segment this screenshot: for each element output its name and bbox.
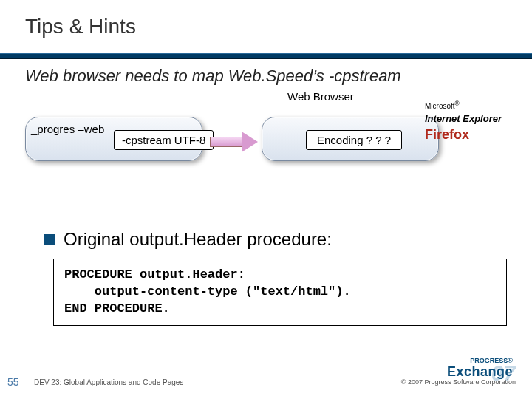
firefox-logo: Firefox — [425, 126, 502, 144]
bullet-icon — [44, 234, 55, 245]
encoding-box: Encoding ? ? ? — [306, 130, 402, 150]
cpstream-box: -cpstream UTF-8 — [114, 130, 214, 150]
page-number: 55 — [7, 376, 30, 388]
slide-subtitle: Web browser needs to map Web.Speed’s -cp… — [0, 59, 532, 86]
ie-logo: Microsoft® Internet Explorer — [425, 99, 502, 126]
copyright: © 2007 Progress Software Corporation — [401, 378, 516, 386]
arrow-icon — [210, 132, 257, 152]
slide-title: Tips & Hints — [25, 15, 136, 38]
code-block: PROCEDURE output.Header: output-content-… — [53, 259, 507, 326]
footer-session: DEV-23: Global Applications and Code Pag… — [30, 378, 401, 386]
right-box-caption: Web Browser — [287, 90, 354, 103]
divider-bar — [0, 53, 532, 59]
footer: 55 DEV-23: Global Applications and Code … — [0, 369, 532, 399]
browser-logos: Microsoft® Internet Explorer Firefox — [425, 99, 502, 145]
progres-label: _progres –web — [31, 123, 104, 135]
bullet-1-text: Original output.Header procedure: — [64, 229, 332, 250]
bullet-1: Original output.Header procedure: — [44, 229, 507, 250]
